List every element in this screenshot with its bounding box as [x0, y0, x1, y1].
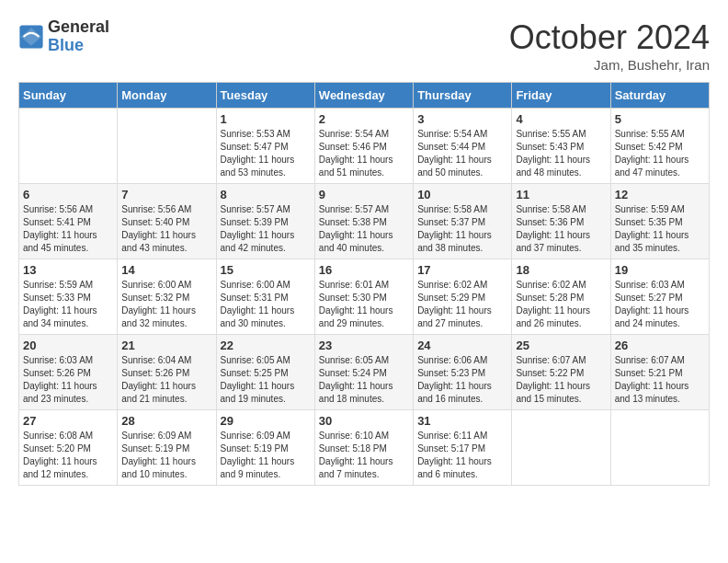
day-detail: Sunrise: 6:02 AM Sunset: 5:29 PM Dayligh… — [417, 279, 507, 330]
calendar-cell: 10Sunrise: 5:58 AM Sunset: 5:37 PM Dayli… — [414, 184, 512, 259]
day-number: 4 — [516, 112, 606, 126]
day-detail: Sunrise: 6:05 AM Sunset: 5:24 PM Dayligh… — [319, 354, 409, 406]
day-number: 28 — [121, 414, 211, 428]
calendar-cell: 30Sunrise: 6:10 AM Sunset: 5:18 PM Dayli… — [314, 410, 413, 486]
day-detail: Sunrise: 5:56 AM Sunset: 5:41 PM Dayligh… — [23, 203, 113, 255]
day-number: 15 — [221, 263, 311, 277]
calendar-cell: 1Sunrise: 5:53 AM Sunset: 5:47 PM Daylig… — [216, 109, 314, 184]
day-detail: Sunrise: 6:11 AM Sunset: 5:17 PM Dayligh… — [417, 430, 507, 481]
day-detail: Sunrise: 6:05 AM Sunset: 5:25 PM Dayligh… — [221, 354, 311, 406]
day-number: 20 — [23, 339, 113, 352]
weekday-header-wednesday: Wednesday — [314, 83, 413, 109]
calendar-cell — [19, 109, 118, 184]
day-number: 14 — [121, 263, 211, 277]
day-detail: Sunrise: 5:59 AM Sunset: 5:35 PM Dayligh… — [615, 203, 705, 255]
day-detail: Sunrise: 5:55 AM Sunset: 5:43 PM Dayligh… — [516, 128, 606, 179]
calendar-cell: 4Sunrise: 5:55 AM Sunset: 5:43 PM Daylig… — [512, 109, 610, 184]
day-number: 22 — [221, 339, 311, 352]
weekday-header-tuesday: Tuesday — [216, 83, 314, 109]
day-number: 1 — [221, 112, 311, 126]
day-number: 7 — [121, 188, 211, 201]
day-number: 17 — [417, 263, 507, 277]
day-number: 23 — [319, 339, 409, 352]
calendar-cell: 11Sunrise: 5:58 AM Sunset: 5:36 PM Dayli… — [512, 184, 610, 259]
calendar-cell: 13Sunrise: 5:59 AM Sunset: 5:33 PM Dayli… — [19, 259, 118, 335]
logo-icon — [18, 24, 44, 50]
calendar-cell: 21Sunrise: 6:04 AM Sunset: 5:26 PM Dayli… — [118, 335, 216, 410]
day-detail: Sunrise: 6:04 AM Sunset: 5:26 PM Dayligh… — [121, 354, 211, 406]
day-number: 26 — [615, 339, 705, 352]
day-detail: Sunrise: 5:53 AM Sunset: 5:47 PM Dayligh… — [221, 128, 311, 179]
calendar-cell: 26Sunrise: 6:07 AM Sunset: 5:21 PM Dayli… — [610, 335, 709, 410]
day-detail: Sunrise: 6:09 AM Sunset: 5:19 PM Dayligh… — [221, 430, 311, 481]
day-number: 5 — [615, 112, 705, 126]
calendar-cell: 15Sunrise: 6:00 AM Sunset: 5:31 PM Dayli… — [216, 259, 314, 335]
day-detail: Sunrise: 6:06 AM Sunset: 5:23 PM Dayligh… — [417, 354, 507, 406]
calendar-cell: 22Sunrise: 6:05 AM Sunset: 5:25 PM Dayli… — [216, 335, 314, 410]
day-number: 24 — [417, 339, 507, 352]
day-number: 18 — [516, 263, 606, 277]
weekday-header-saturday: Saturday — [610, 83, 709, 109]
day-detail: Sunrise: 6:03 AM Sunset: 5:27 PM Dayligh… — [615, 279, 705, 330]
day-detail: Sunrise: 5:56 AM Sunset: 5:40 PM Dayligh… — [121, 203, 211, 255]
day-number: 12 — [615, 188, 705, 201]
calendar-table: SundayMondayTuesdayWednesdayThursdayFrid… — [18, 82, 710, 486]
day-detail: Sunrise: 6:07 AM Sunset: 5:22 PM Dayligh… — [516, 354, 606, 406]
day-number: 16 — [319, 263, 409, 277]
calendar-cell: 18Sunrise: 6:02 AM Sunset: 5:28 PM Dayli… — [512, 259, 610, 335]
day-detail: Sunrise: 5:55 AM Sunset: 5:42 PM Dayligh… — [615, 128, 705, 179]
day-number: 31 — [417, 414, 507, 428]
weekday-header-row: SundayMondayTuesdayWednesdayThursdayFrid… — [19, 83, 710, 109]
calendar-cell: 12Sunrise: 5:59 AM Sunset: 5:35 PM Dayli… — [610, 184, 709, 259]
calendar-cell: 29Sunrise: 6:09 AM Sunset: 5:19 PM Dayli… — [216, 410, 314, 486]
day-detail: Sunrise: 6:07 AM Sunset: 5:21 PM Dayligh… — [615, 354, 705, 406]
calendar-cell: 2Sunrise: 5:54 AM Sunset: 5:46 PM Daylig… — [314, 109, 413, 184]
calendar-cell: 25Sunrise: 6:07 AM Sunset: 5:22 PM Dayli… — [512, 335, 610, 410]
weekday-header-monday: Monday — [118, 83, 216, 109]
calendar-row-3: 20Sunrise: 6:03 AM Sunset: 5:26 PM Dayli… — [19, 335, 710, 410]
logo: General Blue — [18, 18, 109, 55]
calendar-cell: 27Sunrise: 6:08 AM Sunset: 5:20 PM Dayli… — [19, 410, 118, 486]
title-block: October 2024 Jam, Bushehr, Iran — [509, 18, 710, 73]
day-detail: Sunrise: 6:00 AM Sunset: 5:31 PM Dayligh… — [221, 279, 311, 330]
calendar-cell: 17Sunrise: 6:02 AM Sunset: 5:29 PM Dayli… — [414, 259, 512, 335]
day-detail: Sunrise: 5:57 AM Sunset: 5:38 PM Dayligh… — [319, 203, 409, 255]
day-number: 25 — [516, 339, 606, 352]
calendar-cell: 9Sunrise: 5:57 AM Sunset: 5:38 PM Daylig… — [314, 184, 413, 259]
day-number: 29 — [221, 414, 311, 428]
calendar-row-1: 6Sunrise: 5:56 AM Sunset: 5:41 PM Daylig… — [19, 184, 710, 259]
day-number: 13 — [23, 263, 113, 277]
location-subtitle: Jam, Bushehr, Iran — [509, 57, 710, 73]
calendar-cell: 19Sunrise: 6:03 AM Sunset: 5:27 PM Dayli… — [610, 259, 709, 335]
calendar-cell: 24Sunrise: 6:06 AM Sunset: 5:23 PM Dayli… — [414, 335, 512, 410]
calendar-cell: 23Sunrise: 6:05 AM Sunset: 5:24 PM Dayli… — [314, 335, 413, 410]
day-detail: Sunrise: 5:58 AM Sunset: 5:36 PM Dayligh… — [516, 203, 606, 255]
day-detail: Sunrise: 6:10 AM Sunset: 5:18 PM Dayligh… — [319, 430, 409, 481]
day-detail: Sunrise: 6:08 AM Sunset: 5:20 PM Dayligh… — [23, 430, 113, 481]
logo-text: General Blue — [48, 18, 109, 55]
calendar-cell — [610, 410, 709, 486]
day-number: 6 — [23, 188, 113, 201]
day-number: 21 — [121, 339, 211, 352]
calendar-cell: 14Sunrise: 6:00 AM Sunset: 5:32 PM Dayli… — [118, 259, 216, 335]
day-detail: Sunrise: 6:00 AM Sunset: 5:32 PM Dayligh… — [121, 279, 211, 330]
day-detail: Sunrise: 5:54 AM Sunset: 5:44 PM Dayligh… — [417, 128, 507, 179]
calendar-cell: 3Sunrise: 5:54 AM Sunset: 5:44 PM Daylig… — [414, 109, 512, 184]
calendar-row-2: 13Sunrise: 5:59 AM Sunset: 5:33 PM Dayli… — [19, 259, 710, 335]
calendar-cell: 16Sunrise: 6:01 AM Sunset: 5:30 PM Dayli… — [314, 259, 413, 335]
day-detail: Sunrise: 5:57 AM Sunset: 5:39 PM Dayligh… — [221, 203, 311, 255]
page-header: General Blue October 2024 Jam, Bushehr, … — [18, 18, 710, 73]
calendar-cell: 28Sunrise: 6:09 AM Sunset: 5:19 PM Dayli… — [118, 410, 216, 486]
calendar-cell: 20Sunrise: 6:03 AM Sunset: 5:26 PM Dayli… — [19, 335, 118, 410]
calendar-row-4: 27Sunrise: 6:08 AM Sunset: 5:20 PM Dayli… — [19, 410, 710, 486]
day-number: 30 — [319, 414, 409, 428]
day-detail: Sunrise: 6:09 AM Sunset: 5:19 PM Dayligh… — [121, 430, 211, 481]
day-detail: Sunrise: 6:02 AM Sunset: 5:28 PM Dayligh… — [516, 279, 606, 330]
month-title: October 2024 — [509, 18, 710, 57]
day-number: 19 — [615, 263, 705, 277]
day-detail: Sunrise: 5:58 AM Sunset: 5:37 PM Dayligh… — [417, 203, 507, 255]
calendar-cell: 8Sunrise: 5:57 AM Sunset: 5:39 PM Daylig… — [216, 184, 314, 259]
day-number: 27 — [23, 414, 113, 428]
day-number: 9 — [319, 188, 409, 201]
day-detail: Sunrise: 6:03 AM Sunset: 5:26 PM Dayligh… — [23, 354, 113, 406]
